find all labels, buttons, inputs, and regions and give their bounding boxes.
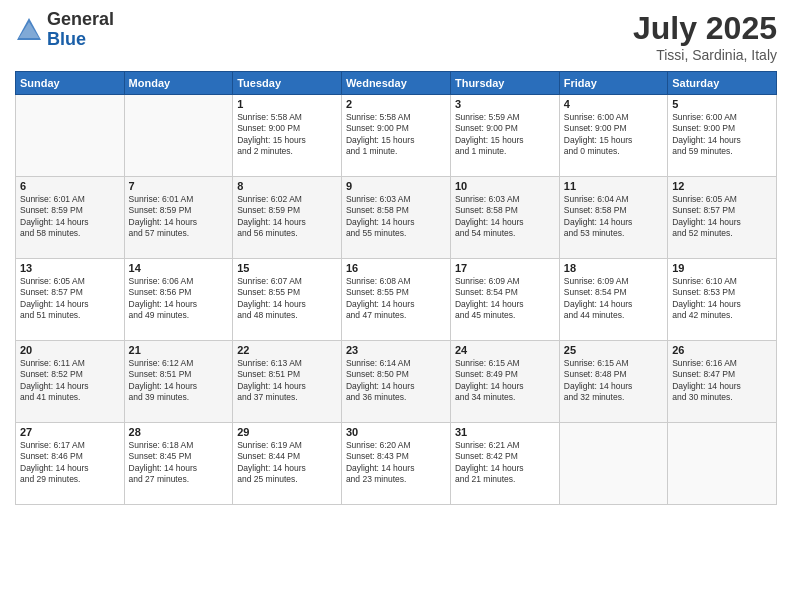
day-info: Sunrise: 6:00 AM Sunset: 9:00 PM Dayligh… [564, 112, 663, 158]
col-sunday: Sunday [16, 72, 125, 95]
col-wednesday: Wednesday [341, 72, 450, 95]
day-number: 27 [20, 426, 120, 438]
day-info: Sunrise: 6:09 AM Sunset: 8:54 PM Dayligh… [455, 276, 555, 322]
table-row: 1Sunrise: 5:58 AM Sunset: 9:00 PM Daylig… [233, 95, 342, 177]
table-row: 27Sunrise: 6:17 AM Sunset: 8:46 PM Dayli… [16, 423, 125, 505]
day-number: 8 [237, 180, 337, 192]
calendar-week-row: 20Sunrise: 6:11 AM Sunset: 8:52 PM Dayli… [16, 341, 777, 423]
table-row: 9Sunrise: 6:03 AM Sunset: 8:58 PM Daylig… [341, 177, 450, 259]
table-row: 5Sunrise: 6:00 AM Sunset: 9:00 PM Daylig… [668, 95, 777, 177]
day-number: 3 [455, 98, 555, 110]
table-row [124, 95, 233, 177]
day-info: Sunrise: 6:05 AM Sunset: 8:57 PM Dayligh… [672, 194, 772, 240]
day-number: 2 [346, 98, 446, 110]
day-info: Sunrise: 6:10 AM Sunset: 8:53 PM Dayligh… [672, 276, 772, 322]
day-number: 23 [346, 344, 446, 356]
header: General Blue July 2025 Tissi, Sardinia, … [15, 10, 777, 63]
title-block: July 2025 Tissi, Sardinia, Italy [633, 10, 777, 63]
day-number: 7 [129, 180, 229, 192]
day-number: 26 [672, 344, 772, 356]
day-number: 10 [455, 180, 555, 192]
day-number: 11 [564, 180, 663, 192]
col-saturday: Saturday [668, 72, 777, 95]
table-row: 6Sunrise: 6:01 AM Sunset: 8:59 PM Daylig… [16, 177, 125, 259]
day-number: 16 [346, 262, 446, 274]
table-row: 3Sunrise: 5:59 AM Sunset: 9:00 PM Daylig… [450, 95, 559, 177]
day-info: Sunrise: 6:21 AM Sunset: 8:42 PM Dayligh… [455, 440, 555, 486]
calendar-week-row: 27Sunrise: 6:17 AM Sunset: 8:46 PM Dayli… [16, 423, 777, 505]
day-number: 20 [20, 344, 120, 356]
day-info: Sunrise: 5:58 AM Sunset: 9:00 PM Dayligh… [237, 112, 337, 158]
day-info: Sunrise: 6:20 AM Sunset: 8:43 PM Dayligh… [346, 440, 446, 486]
table-row: 19Sunrise: 6:10 AM Sunset: 8:53 PM Dayli… [668, 259, 777, 341]
table-row: 22Sunrise: 6:13 AM Sunset: 8:51 PM Dayli… [233, 341, 342, 423]
day-info: Sunrise: 6:11 AM Sunset: 8:52 PM Dayligh… [20, 358, 120, 404]
page: General Blue July 2025 Tissi, Sardinia, … [0, 0, 792, 612]
col-monday: Monday [124, 72, 233, 95]
day-info: Sunrise: 6:03 AM Sunset: 8:58 PM Dayligh… [346, 194, 446, 240]
logo-blue-text: Blue [47, 30, 114, 50]
col-tuesday: Tuesday [233, 72, 342, 95]
day-number: 14 [129, 262, 229, 274]
svg-marker-1 [19, 22, 39, 38]
day-info: Sunrise: 6:14 AM Sunset: 8:50 PM Dayligh… [346, 358, 446, 404]
logo: General Blue [15, 10, 114, 50]
day-number: 17 [455, 262, 555, 274]
table-row: 16Sunrise: 6:08 AM Sunset: 8:55 PM Dayli… [341, 259, 450, 341]
table-row: 18Sunrise: 6:09 AM Sunset: 8:54 PM Dayli… [559, 259, 667, 341]
logo-general-text: General [47, 10, 114, 30]
day-info: Sunrise: 6:01 AM Sunset: 8:59 PM Dayligh… [20, 194, 120, 240]
day-number: 6 [20, 180, 120, 192]
table-row: 25Sunrise: 6:15 AM Sunset: 8:48 PM Dayli… [559, 341, 667, 423]
day-number: 9 [346, 180, 446, 192]
table-row [16, 95, 125, 177]
table-row: 4Sunrise: 6:00 AM Sunset: 9:00 PM Daylig… [559, 95, 667, 177]
location: Tissi, Sardinia, Italy [633, 47, 777, 63]
table-row [668, 423, 777, 505]
day-info: Sunrise: 6:05 AM Sunset: 8:57 PM Dayligh… [20, 276, 120, 322]
day-info: Sunrise: 6:18 AM Sunset: 8:45 PM Dayligh… [129, 440, 229, 486]
table-row: 31Sunrise: 6:21 AM Sunset: 8:42 PM Dayli… [450, 423, 559, 505]
table-row: 23Sunrise: 6:14 AM Sunset: 8:50 PM Dayli… [341, 341, 450, 423]
day-number: 30 [346, 426, 446, 438]
table-row: 2Sunrise: 5:58 AM Sunset: 9:00 PM Daylig… [341, 95, 450, 177]
day-info: Sunrise: 6:04 AM Sunset: 8:58 PM Dayligh… [564, 194, 663, 240]
day-number: 5 [672, 98, 772, 110]
day-number: 15 [237, 262, 337, 274]
day-number: 19 [672, 262, 772, 274]
day-number: 24 [455, 344, 555, 356]
day-info: Sunrise: 6:15 AM Sunset: 8:49 PM Dayligh… [455, 358, 555, 404]
day-info: Sunrise: 6:07 AM Sunset: 8:55 PM Dayligh… [237, 276, 337, 322]
table-row: 21Sunrise: 6:12 AM Sunset: 8:51 PM Dayli… [124, 341, 233, 423]
day-info: Sunrise: 6:13 AM Sunset: 8:51 PM Dayligh… [237, 358, 337, 404]
day-info: Sunrise: 5:59 AM Sunset: 9:00 PM Dayligh… [455, 112, 555, 158]
table-row: 7Sunrise: 6:01 AM Sunset: 8:59 PM Daylig… [124, 177, 233, 259]
day-number: 28 [129, 426, 229, 438]
day-number: 31 [455, 426, 555, 438]
day-info: Sunrise: 6:17 AM Sunset: 8:46 PM Dayligh… [20, 440, 120, 486]
day-number: 18 [564, 262, 663, 274]
day-info: Sunrise: 6:03 AM Sunset: 8:58 PM Dayligh… [455, 194, 555, 240]
day-number: 21 [129, 344, 229, 356]
day-number: 25 [564, 344, 663, 356]
day-info: Sunrise: 6:15 AM Sunset: 8:48 PM Dayligh… [564, 358, 663, 404]
day-number: 22 [237, 344, 337, 356]
calendar-week-row: 1Sunrise: 5:58 AM Sunset: 9:00 PM Daylig… [16, 95, 777, 177]
day-number: 12 [672, 180, 772, 192]
table-row: 14Sunrise: 6:06 AM Sunset: 8:56 PM Dayli… [124, 259, 233, 341]
day-info: Sunrise: 5:58 AM Sunset: 9:00 PM Dayligh… [346, 112, 446, 158]
day-info: Sunrise: 6:09 AM Sunset: 8:54 PM Dayligh… [564, 276, 663, 322]
day-number: 13 [20, 262, 120, 274]
day-info: Sunrise: 6:19 AM Sunset: 8:44 PM Dayligh… [237, 440, 337, 486]
day-number: 29 [237, 426, 337, 438]
table-row: 30Sunrise: 6:20 AM Sunset: 8:43 PM Dayli… [341, 423, 450, 505]
day-info: Sunrise: 6:06 AM Sunset: 8:56 PM Dayligh… [129, 276, 229, 322]
table-row: 11Sunrise: 6:04 AM Sunset: 8:58 PM Dayli… [559, 177, 667, 259]
table-row: 12Sunrise: 6:05 AM Sunset: 8:57 PM Dayli… [668, 177, 777, 259]
logo-text: General Blue [47, 10, 114, 50]
day-number: 4 [564, 98, 663, 110]
day-info: Sunrise: 6:08 AM Sunset: 8:55 PM Dayligh… [346, 276, 446, 322]
table-row: 15Sunrise: 6:07 AM Sunset: 8:55 PM Dayli… [233, 259, 342, 341]
table-row: 20Sunrise: 6:11 AM Sunset: 8:52 PM Dayli… [16, 341, 125, 423]
day-number: 1 [237, 98, 337, 110]
